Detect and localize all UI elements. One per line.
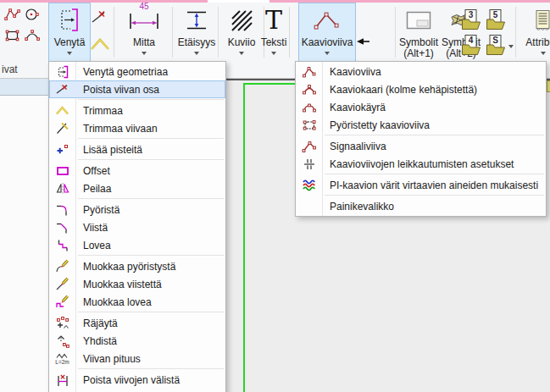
polyline-tool-button[interactable]: [3, 6, 22, 25]
toolbar-separator: [172, 7, 173, 58]
chevron-down-icon: [271, 52, 276, 55]
circle-tool-button[interactable]: [23, 6, 42, 25]
remove-line-part-button[interactable]: [90, 8, 109, 31]
chevron-down-icon: [508, 45, 514, 48]
drawing-frame-left: [243, 83, 245, 392]
arc-tool-button[interactable]: [23, 27, 42, 47]
menu-item-offset[interactable]: Offset: [49, 162, 225, 179]
teksti-button[interactable]: T Teksti: [259, 3, 288, 61]
notch-icon: [49, 238, 75, 253]
chevron-down-icon: [325, 52, 330, 55]
accent-strip-left: [0, 0, 208, 3]
menu-item-pyoristetty-kaavioviiva[interactable]: Pyöristetty kaavioviiva: [296, 116, 546, 134]
menu-item-pi-kaavion-varit[interactable]: PI-kaavion värit virtaavien aineiden muk…: [296, 176, 546, 194]
diagram-line-icon: [296, 64, 322, 80]
menu-item-yhdista[interactable]: Yhdistä: [49, 332, 225, 350]
menu-item-kaavioviiva[interactable]: Kaavioviiva: [296, 63, 546, 80]
symbolit-alt1-button[interactable]: Symbolit (Alt+1): [397, 3, 440, 61]
folder-badge: 3: [465, 10, 476, 19]
menu-item-trimmaa[interactable]: Trimmaa: [49, 102, 225, 119]
menu-item-pyorista[interactable]: Pyöristä: [49, 201, 225, 218]
kuvio-label: Kuviio: [228, 37, 256, 48]
partial-symbol-item: [547, 80, 550, 92]
line-length-icon-text: L=2m: [55, 360, 69, 365]
etaisyys-label: Etäisyys: [178, 37, 216, 48]
menu-item-leikkautumisten-asetukset[interactable]: Kaavioviivojen leikkautumisten asetukset: [296, 155, 546, 173]
pi-diagram-colors-icon: [296, 178, 322, 193]
folder-icon: 4: [461, 34, 481, 59]
folder-badge: 5: [490, 10, 501, 19]
symbol-folder-s-button[interactable]: S: [485, 35, 507, 58]
text-glyph: T: [265, 8, 282, 33]
toolbar-separator: [218, 7, 219, 58]
offset-icon: [49, 163, 75, 179]
chevron-down-icon: [194, 52, 199, 55]
add-points-icon: [49, 142, 75, 157]
menu-item-kaaviokayra[interactable]: Kaaviokäyrä: [296, 98, 546, 116]
chevron-down-icon: [142, 52, 147, 55]
chevron-down-icon: [239, 52, 244, 55]
delete-between-lines-icon: [49, 373, 75, 388]
symbol-folder-3-button[interactable]: 3: [460, 9, 482, 33]
edit-notch-icon: [49, 295, 75, 310]
left-panel-selected-row[interactable]: [0, 79, 48, 96]
trim-to-line-icon: [49, 121, 75, 136]
attribuutit-button[interactable]: Attribuu: [518, 3, 550, 61]
menu-item-poista-viivan-osa[interactable]: Poista viivan osa: [49, 80, 225, 98]
folder-badge: S: [490, 36, 501, 45]
menu-item-painikevalikko[interactable]: Painikevalikko: [296, 197, 546, 215]
attribuutit-label: Attribuu: [525, 37, 550, 48]
symbol-folder-4-button[interactable]: 4: [460, 35, 482, 58]
mitta-label: Mitta: [133, 37, 155, 48]
menu-item-muokkaa-pyoristysta[interactable]: Muokkaa pyöristystä: [49, 257, 225, 275]
polyline-icon: [4, 6, 21, 26]
dimension-icon: 45: [127, 3, 161, 37]
trim-button[interactable]: [90, 35, 109, 57]
menu-item-poista-viivojen-valista[interactable]: Poista viivojen välistä: [49, 371, 225, 389]
stretch-geometry-icon: [49, 64, 75, 80]
menu-item-peilaa[interactable]: Peilaa: [49, 179, 225, 197]
toolbar-separator: [114, 7, 114, 58]
menu-item-trimmaa-viivaan[interactable]: Trimmaa viivaan: [49, 119, 225, 137]
circle-icon: [24, 6, 41, 26]
dimension-value-label: 45: [127, 2, 161, 11]
fillet-icon: [49, 202, 75, 218]
stretch-icon: [55, 3, 84, 37]
explode-icon: [49, 316, 75, 331]
menu-item-muokkaa-viistetta[interactable]: Muokkaa viistettä: [49, 275, 225, 293]
menu-item-viista[interactable]: Viistä: [49, 218, 225, 236]
folder-dropdown-button[interactable]: [507, 41, 515, 52]
venyta-button[interactable]: Venytä: [48, 3, 91, 62]
etaisyys-button[interactable]: Etäisyys: [175, 3, 218, 61]
menu-separator: [78, 368, 224, 369]
menu-item-viivan-pituus[interactable]: L=2m Viivan pituus: [49, 350, 225, 367]
venyta-dropdown-menu: Venytä geometriaa Poista viivan osa Trim…: [48, 61, 226, 392]
trim-chevron-icon: [49, 103, 75, 119]
symbol-folder-5-button[interactable]: 5: [485, 9, 507, 33]
diagram-line-icon: [312, 3, 342, 37]
line-crossing-settings-icon: [296, 157, 322, 172]
folder-icon: S: [486, 34, 506, 59]
line-delete-icon: [91, 8, 109, 30]
hatch-pattern-icon: [229, 3, 254, 37]
kuvio-button[interactable]: Kuviio: [221, 3, 262, 61]
kaavioviiva-dropdown-menu: Kaavioviiva Kaaviokaari (kolme kehäpiste…: [295, 61, 547, 217]
menu-separator: [325, 195, 544, 196]
arrow-tool-button[interactable]: [355, 36, 372, 48]
rectangle-tool-button[interactable]: [3, 27, 22, 47]
menu-item-muokkaa-lovea[interactable]: Muokkaa lovea: [49, 293, 225, 311]
menu-item-lovea[interactable]: Lovea: [49, 236, 225, 254]
arrow-left-icon: [355, 35, 372, 50]
menu-item-lisaa-pisteita[interactable]: Lisää pisteitä: [49, 141, 225, 158]
venyta-label: Venytä: [54, 37, 86, 48]
line-length-icon: L=2m: [49, 352, 75, 365]
menu-item-venyta-geometriaa[interactable]: Venytä geometriaa: [49, 63, 225, 80]
menu-separator: [325, 135, 544, 135]
menu-item-signaaliviiva[interactable]: Signaaliviiva: [296, 137, 546, 155]
kaavioviiva-button[interactable]: Kaavioviiva: [298, 3, 356, 62]
menu-item-rajayta[interactable]: Räjäytä: [49, 314, 225, 332]
menu-item-kaaviokaari[interactable]: Kaaviokaari (kolme kehäpistettä): [296, 80, 546, 98]
menu-separator: [78, 138, 224, 139]
mitta-button[interactable]: 45 Mitta: [118, 3, 170, 61]
chevron-down-icon: [541, 52, 546, 55]
